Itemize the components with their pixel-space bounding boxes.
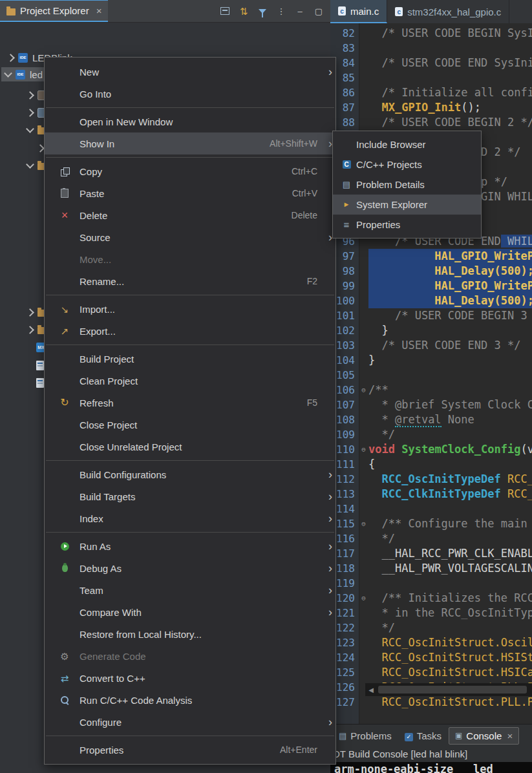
code-line-101[interactable]: 101 /* USER CODE BEGIN 3 */ — [330, 308, 532, 323]
tab-project-explorer[interactable]: Project Explorer × — [0, 0, 108, 22]
menu-item-clean-project[interactable]: Clean Project — [45, 370, 335, 392]
code-line-107[interactable]: 107 * @brief System Clock Configuration — [330, 397, 532, 412]
scrollbar-thumb[interactable] — [378, 686, 527, 694]
code-line-110[interactable]: 110⊖void SystemClock_Config(void) — [330, 442, 532, 457]
menu-item-convert-to-c[interactable]: ⇄Convert to C++ — [45, 667, 335, 689]
code-line-105[interactable]: 105 — [330, 368, 532, 383]
submenu-item-include-browser[interactable]: Include Browser — [333, 134, 481, 154]
code-line-100[interactable]: 100 HAL_Delay(500); — [330, 293, 532, 308]
editor-tab-main-c[interactable]: cmain.c — [330, 0, 387, 23]
menu-item-close-project[interactable]: Close Project — [45, 414, 335, 436]
chevron-right-icon[interactable] — [26, 109, 34, 117]
code-line-117[interactable]: 117 __HAL_RCC_PWR_CLK_ENABLE(); — [330, 546, 532, 561]
code-line-122[interactable]: 122 */ — [330, 620, 532, 635]
code-line-127[interactable]: 127 RCC_OscInitStruct.PLL.PLLSource = RC… — [330, 695, 532, 710]
menu-item-close-unrelated-project[interactable]: Close Unrelated Project — [45, 436, 335, 458]
collapse-all-icon[interactable] — [220, 6, 230, 16]
code-line-113[interactable]: 113 RCC_ClkInitTypeDef RCC_ClkInitStruct… — [330, 487, 532, 502]
menu-item-build-configurations[interactable]: Build Configurations› — [45, 463, 335, 485]
menu-item-build-project[interactable]: Build Project — [45, 348, 335, 370]
menu-item-show-in[interactable]: Show InAlt+Shift+W› — [45, 132, 335, 154]
code-line-111[interactable]: 111{ — [330, 457, 532, 472]
close-icon[interactable]: × — [96, 5, 102, 16]
code-line-88[interactable]: 88 /* USER CODE BEGIN 2 */ — [330, 115, 532, 130]
editor-tab-stm32f4xx-hal-gpio-c[interactable]: cstm32f4xx_hal_gpio.c — [387, 0, 509, 23]
menu-item-run-c-c-code-analysis[interactable]: Run C/C++ Code Analysis — [45, 689, 335, 711]
menu-item-build-targets[interactable]: Build Targets› — [45, 485, 335, 507]
menu-item-copy[interactable]: CopyCtrl+C — [45, 160, 335, 182]
menu-item-debug-as[interactable]: Debug As› — [45, 557, 335, 579]
menu-item-go-into[interactable]: Go Into — [45, 83, 335, 105]
menu-item-configure[interactable]: Configure› — [45, 711, 335, 733]
menu-item-open-in-new-window[interactable]: Open in New Window — [45, 111, 335, 132]
code-line-98[interactable]: 98 HAL_Delay(500); — [330, 264, 532, 279]
menu-item-run-as[interactable]: Run As› — [45, 535, 335, 557]
fold-marker-icon[interactable]: ⊖ — [359, 591, 368, 606]
code-line-99[interactable]: 99 HAL_GPIO_WritePin(LD2_GPIO_Port, LD2_… — [330, 279, 532, 293]
minimize-icon[interactable]: – — [295, 6, 305, 16]
editor-horizontal-scrollbar[interactable]: ◀ — [365, 683, 532, 696]
menu-item-properties[interactable]: PropertiesAlt+Enter — [45, 739, 335, 761]
code-line-125[interactable]: 125 RCC_OscInitStruct.HSICalibrationValu… — [330, 665, 532, 680]
menu-item-restore-from-local-history[interactable]: Restore from Local History... — [45, 623, 335, 645]
code-line-120[interactable]: 120⊖ /** Initializes the RCC Oscillators… — [330, 591, 532, 606]
chevron-down-icon[interactable] — [26, 160, 34, 169]
chevron-down-icon[interactable] — [26, 125, 34, 133]
close-icon[interactable]: × — [507, 730, 513, 741]
maximize-icon[interactable]: ▢ — [314, 6, 324, 16]
code-line-85[interactable]: 85 — [330, 70, 532, 85]
console-tab-tasks[interactable]: ✓Tasks — [399, 727, 447, 744]
submenu-item-system-explorer[interactable]: ►System Explorer — [333, 195, 481, 215]
menu-item-rename[interactable]: Rename...F2 — [45, 270, 335, 292]
menu-item-new[interactable]: New› — [45, 61, 335, 83]
chevron-right-icon[interactable] — [26, 308, 34, 317]
chevron-right-icon[interactable] — [26, 91, 34, 100]
code-line-112[interactable]: 112 RCC_OscInitTypeDef RCC_OscInitStruct… — [330, 472, 532, 487]
code-line-106[interactable]: 106⊖/** — [330, 383, 532, 397]
chevron-down-icon[interactable] — [4, 69, 12, 78]
fold-marker-icon[interactable]: ⊖ — [359, 383, 368, 397]
code-line-84[interactable]: 84 /* USER CODE END SysInit */ — [330, 56, 532, 70]
menu-item-import[interactable]: ↘Import... — [45, 298, 335, 320]
code-line-118[interactable]: 118 __HAL_PWR_VOLTAGESCALING_CONFIG(PWR_… — [330, 561, 532, 576]
menu-item-index[interactable]: Index› — [45, 507, 335, 529]
submenu-item-properties[interactable]: ≡Properties — [333, 215, 481, 235]
submenu-item-problem-details[interactable]: ▤Problem Details — [333, 175, 481, 195]
code-line-119[interactable]: 119 — [330, 576, 532, 591]
code-line-115[interactable]: 115⊖ /** Configure the main internal reg… — [330, 516, 532, 531]
menu-item-export[interactable]: ↗Export... — [45, 320, 335, 342]
code-line-123[interactable]: 123 RCC_OscInitStruct.OscillatorType = R… — [330, 635, 532, 650]
filter-icon[interactable] — [257, 6, 268, 16]
menu-item-compare-with[interactable]: Compare With› — [45, 601, 335, 623]
submenu-item-c-c-projects[interactable]: CC/C++ Projects — [333, 154, 481, 175]
menu-item-paste[interactable]: PasteCtrl+V — [45, 182, 335, 204]
code-line-104[interactable]: 104} — [330, 353, 532, 368]
fold-marker-icon[interactable]: ⊖ — [359, 516, 368, 531]
menu-item-delete[interactable]: ×DeleteDelete — [45, 204, 335, 226]
console-tab-console[interactable]: ▣Console× — [449, 727, 519, 745]
menu-item-source[interactable]: Source› — [45, 226, 335, 248]
code-line-116[interactable]: 116 */ — [330, 531, 532, 546]
code-line-108[interactable]: 108 * @retval None — [330, 412, 532, 427]
code-line-121[interactable]: 121 * in the RCC_OscInitTypeDef structur… — [330, 606, 532, 620]
chevron-right-icon[interactable] — [36, 144, 45, 153]
code-line-87[interactable]: 87 MX_GPIO_Init(); — [330, 100, 532, 115]
code-line-102[interactable]: 102 } — [330, 323, 532, 338]
code-line-109[interactable]: 109 */ — [330, 427, 532, 442]
code-line-124[interactable]: 124 RCC_OscInitStruct.HSIState = RCC_HSI… — [330, 650, 532, 665]
menu-item-team[interactable]: Team› — [45, 579, 335, 601]
code-line-82[interactable]: 82 /* USER CODE BEGIN SysInit */ — [330, 26, 532, 41]
scroll-left-arrow-icon[interactable]: ◀ — [365, 686, 377, 694]
code-area[interactable]: 82 /* USER CODE BEGIN SysInit */8384 /* … — [330, 23, 532, 724]
menu-item-refresh[interactable]: ↻RefreshF5 — [45, 392, 335, 414]
code-line-86[interactable]: 86 /* Initialize all configured peripher… — [330, 85, 532, 100]
code-line-97[interactable]: 97 HAL_GPIO_WritePin(LD2_GPIO_Port, LD2_… — [330, 249, 532, 264]
console-tab-problems[interactable]: ▤Problems — [333, 728, 398, 744]
code-line-103[interactable]: 103 /* USER CODE END 3 */ — [330, 338, 532, 353]
code-line-83[interactable]: 83 — [330, 41, 532, 56]
link-with-editor-icon[interactable]: ⇅ — [239, 6, 249, 16]
chevron-right-icon[interactable] — [26, 326, 34, 334]
chevron-right-icon[interactable] — [6, 54, 15, 62]
fold-marker-icon[interactable]: ⊖ — [359, 442, 368, 457]
view-menu-icon[interactable]: ⋮ — [276, 6, 286, 16]
